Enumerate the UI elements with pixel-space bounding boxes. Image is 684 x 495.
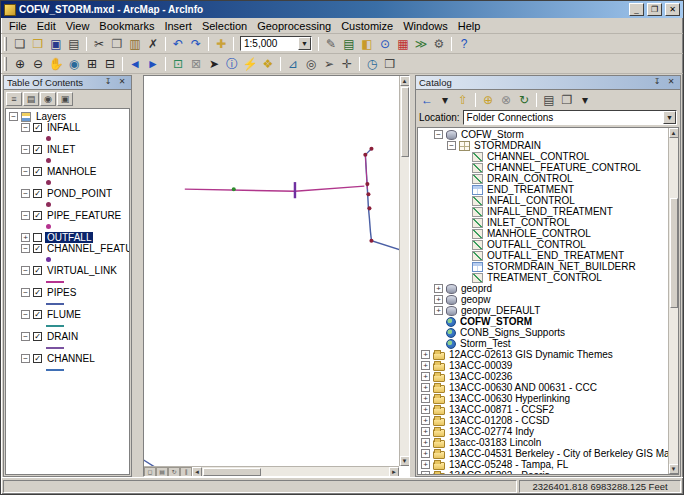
layer-visibility-checkbox[interactable]: ✓ bbox=[33, 123, 42, 132]
expand-toggle-icon[interactable]: + bbox=[434, 306, 443, 315]
catalog-item[interactable]: −COFW_Storm bbox=[418, 129, 668, 140]
layer-label[interactable]: MANHOLE bbox=[45, 166, 98, 177]
expand-toggle-icon[interactable]: + bbox=[421, 383, 430, 392]
catalog-item[interactable]: +13ACC-00236 bbox=[418, 371, 668, 382]
refresh-icon[interactable]: ↻ bbox=[515, 91, 533, 109]
scroll-up-icon[interactable]: ▲ bbox=[400, 76, 410, 86]
catalog-item-label[interactable]: INFALL_END_TREATMENT bbox=[486, 206, 614, 217]
expand-toggle-icon[interactable]: − bbox=[21, 145, 30, 154]
list-by-visibility-icon[interactable]: ◉ bbox=[40, 92, 56, 106]
search-icon[interactable]: ⊙ bbox=[376, 35, 394, 53]
layer-visibility-checkbox[interactable]: ✓ bbox=[33, 145, 42, 154]
expand-toggle-icon[interactable]: − bbox=[21, 354, 30, 363]
layer-visibility-checkbox[interactable] bbox=[33, 233, 42, 242]
expand-toggle-icon[interactable]: − bbox=[21, 310, 30, 319]
catalog-item[interactable]: COFW_STORM bbox=[418, 316, 668, 327]
layer-symbol[interactable] bbox=[46, 325, 64, 327]
add-data-icon[interactable]: ✚ bbox=[212, 35, 230, 53]
catalog-pin-icon[interactable]: ↧ bbox=[651, 77, 663, 88]
help-icon[interactable]: ? bbox=[455, 35, 473, 53]
catalog-item[interactable]: INLET_CONTROL bbox=[418, 217, 668, 228]
layer-symbol[interactable] bbox=[46, 180, 51, 185]
catalog-item[interactable]: +13ACC-00039 bbox=[418, 360, 668, 371]
expand-toggle-icon[interactable]: + bbox=[421, 471, 430, 474]
layer-visibility-checkbox[interactable]: ✓ bbox=[33, 288, 42, 297]
catalog-item-label[interactable]: 13ACC-01208 - CCSD bbox=[448, 415, 551, 426]
catalog-item-label[interactable]: INFALL_CONTROL bbox=[486, 195, 576, 206]
catalog-item[interactable]: END_TREATMENT bbox=[418, 184, 668, 195]
save-icon[interactable]: ▣ bbox=[47, 35, 65, 53]
preview-view-icon[interactable]: ❐ bbox=[558, 91, 576, 109]
find-icon[interactable]: ◎ bbox=[302, 55, 320, 73]
toc-layer-pond_point[interactable]: −✓POND_POINT bbox=[6, 188, 129, 199]
expand-toggle-icon[interactable]: − bbox=[21, 123, 30, 132]
layout-view-button[interactable]: ▤ bbox=[156, 467, 168, 477]
expand-toggle-icon[interactable]: + bbox=[434, 284, 443, 293]
menu-insert[interactable]: Insert bbox=[159, 19, 197, 33]
options-icon[interactable]: ▾ bbox=[576, 91, 594, 109]
expand-toggle-icon[interactable]: + bbox=[421, 372, 430, 381]
layer-symbol[interactable] bbox=[46, 281, 64, 283]
cut-icon[interactable]: ✂ bbox=[90, 35, 108, 53]
catalog-item-label[interactable]: DRAIN_CONTROL bbox=[486, 173, 574, 184]
menu-help[interactable]: Help bbox=[453, 19, 486, 33]
list-by-source-icon[interactable]: ▤ bbox=[23, 92, 39, 106]
expand-toggle-icon[interactable]: + bbox=[434, 295, 443, 304]
catalog-item[interactable]: TREATMENT_CONTROL bbox=[418, 272, 668, 283]
scroll-down-icon[interactable]: ▼ bbox=[400, 456, 410, 466]
catalog-item[interactable]: INFALL_CONTROL bbox=[418, 195, 668, 206]
toc-layer-infall[interactable]: −✓INFALL bbox=[6, 122, 129, 133]
catalog-item[interactable]: +13ACC-05292 - Peoria bbox=[418, 470, 668, 474]
modelbuilder-icon[interactable]: ⚙ bbox=[430, 35, 448, 53]
restore-button[interactable]: ❐ bbox=[647, 3, 662, 16]
layer-label[interactable]: INFALL bbox=[45, 122, 82, 133]
catalog-item-label[interactable]: COFW_STORM bbox=[459, 316, 533, 327]
layer-visibility-checkbox[interactable]: ✓ bbox=[33, 189, 42, 198]
catalog-item-label[interactable]: 13ACC-00630 Hyperlinking bbox=[448, 393, 571, 404]
catalog-item[interactable]: +geopw bbox=[418, 294, 668, 305]
toolbar-grip[interactable] bbox=[4, 37, 7, 51]
catalog-item-label[interactable]: 13acc-03183 Lincoln bbox=[448, 437, 542, 448]
dropdown-arrow-icon[interactable]: ▾ bbox=[436, 91, 454, 109]
toc-layer-manhole[interactable]: −✓MANHOLE bbox=[6, 166, 129, 177]
toc-layer-channel_feature[interactable]: −✓CHANNEL_FEATURE bbox=[6, 243, 129, 254]
layer-symbol[interactable] bbox=[46, 369, 64, 371]
pause-drawing-button[interactable]: ∥ bbox=[180, 467, 192, 477]
map-vertical-scrollbar[interactable]: ▲ ▼ bbox=[399, 76, 409, 466]
catalog-close-icon[interactable]: ✕ bbox=[665, 77, 677, 88]
layer-visibility-checkbox[interactable]: ✓ bbox=[33, 167, 42, 176]
expand-toggle-icon[interactable]: − bbox=[21, 332, 30, 341]
menu-edit[interactable]: Edit bbox=[32, 19, 61, 33]
open-map-icon[interactable]: ❒ bbox=[29, 35, 47, 53]
catalog-item-label[interactable]: CHANNEL_CONTROL bbox=[486, 151, 590, 162]
catalog-item[interactable]: +geoprd bbox=[418, 283, 668, 294]
expand-toggle-icon[interactable]: + bbox=[421, 438, 430, 447]
scroll-down-icon[interactable]: ▼ bbox=[669, 464, 679, 474]
zoom-out-icon[interactable]: ⊖ bbox=[29, 55, 47, 73]
layer-visibility-checkbox[interactable]: ✓ bbox=[33, 354, 42, 363]
connect-folder-icon[interactable]: ⊕ bbox=[479, 91, 497, 109]
layer-label[interactable]: DRAIN bbox=[45, 331, 80, 342]
menu-windows[interactable]: Windows bbox=[398, 19, 453, 33]
catalog-item-label[interactable]: 13ACC-00039 bbox=[448, 360, 513, 371]
layer-visibility-checkbox[interactable]: ✓ bbox=[33, 332, 42, 341]
toc-layer-flume[interactable]: −✓FLUME bbox=[6, 309, 129, 320]
toc-layer-pipes[interactable]: −✓PIPES bbox=[6, 287, 129, 298]
catalog-item-label[interactable]: 13ACC-05248 - Tampa, FL bbox=[448, 459, 569, 470]
catalog-item-label[interactable]: STORMDRAIN_NET_BUILDERR bbox=[486, 261, 637, 272]
catalog-item-label[interactable]: 13ACC-04531 Berkeley - City of Berkeley … bbox=[448, 448, 668, 459]
forward-extent-icon[interactable]: ► bbox=[144, 55, 162, 73]
layer-symbol[interactable] bbox=[46, 158, 51, 163]
layer-visibility-checkbox[interactable]: ✓ bbox=[33, 211, 42, 220]
layer-visibility-checkbox[interactable]: ✓ bbox=[33, 244, 42, 253]
catalog-item-label[interactable]: OUTFALL_CONTROL bbox=[486, 239, 587, 250]
catalog-item-label[interactable]: COFW_Storm bbox=[460, 129, 525, 140]
identify-icon[interactable]: ⓘ bbox=[223, 55, 241, 73]
map-view[interactable] bbox=[144, 76, 399, 466]
horizontal-scroll-thumb[interactable] bbox=[203, 468, 261, 476]
expand-toggle-icon[interactable]: − bbox=[9, 112, 18, 121]
catalog-item-label[interactable]: geopw_DEFAULT bbox=[460, 305, 541, 316]
expand-toggle-icon[interactable]: + bbox=[421, 416, 430, 425]
catalog-item[interactable]: +12ACC-02613 GIS Dynamic Themes bbox=[418, 349, 668, 360]
catalog-item[interactable]: +13ACC-04531 Berkeley - City of Berkeley… bbox=[418, 448, 668, 459]
